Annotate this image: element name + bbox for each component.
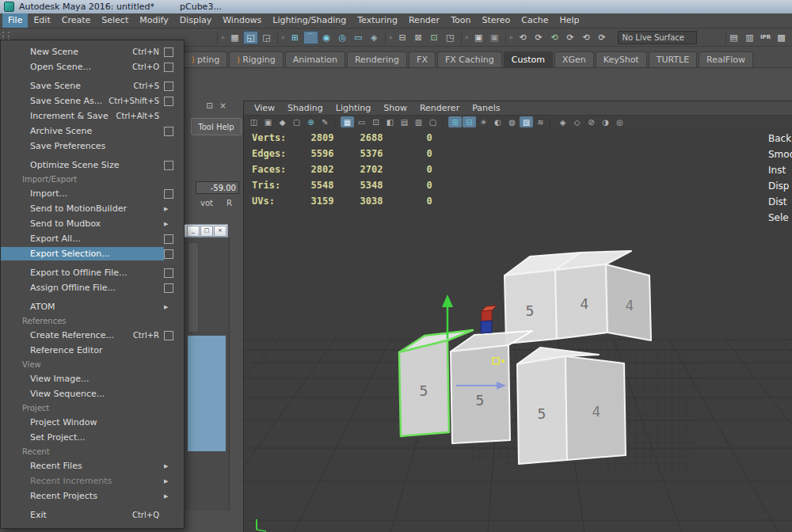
file-menu-item-atom[interactable]: ATOM▶ [1,299,184,314]
option-box-icon[interactable] [164,97,173,106]
panel-menu-panels[interactable]: Panels [466,103,505,113]
menubar-item-display[interactable]: Display [174,13,218,28]
shelf-tab-custom[interactable]: Custom [504,51,553,67]
file-menu-item-archive-scene[interactable]: Archive Scene [1,124,184,139]
safe-action-icon[interactable]: ▥ [412,116,425,127]
menubar-item-toon[interactable]: Toon [445,13,476,28]
file-menu-item-open-scene[interactable]: Open Scene...Ctrl+O [1,59,184,74]
menubar-item-cache[interactable]: Cache [516,13,554,28]
minimize-button[interactable]: _ [187,226,200,237]
file-menu-item-save-scene-as[interactable]: Save Scene As...Ctrl+Shift+S [1,93,184,108]
shelf-tab-fx-caching[interactable]: FX Caching [437,51,502,67]
circular-arrow-center-icon[interactable]: ⟳ [595,31,610,44]
option-box-icon[interactable] [164,234,173,244]
field-chart-icon[interactable]: ▤ [398,116,411,127]
node-input-icon[interactable]: ⊟ [395,31,410,44]
file-menu-item-project-window[interactable]: Project Window [1,415,184,430]
pan-zoom-icon[interactable]: ⊕ [304,116,318,127]
exposure-icon[interactable]: ⊘ [584,116,598,127]
shelf-tab-pting[interactable]: ⟩pting [184,51,227,67]
gamma-icon[interactable]: ◑ [599,116,612,127]
anti-alias-icon[interactable]: ▨ [520,116,533,127]
file-menu-item-optimize-scene-size[interactable]: Optimize Scene Size [1,158,184,173]
menubar-item-render[interactable]: Render [403,13,445,28]
selected-region[interactable] [188,336,226,451]
panel-menu-renderer[interactable]: Renderer [414,103,465,113]
option-box-icon[interactable] [164,127,173,136]
xray-icon[interactable]: ◈ [556,116,569,127]
isolate-select-icon[interactable]: ◎ [613,116,626,127]
file-menu-item-new-scene[interactable]: New SceneCtrl+N [1,44,184,59]
shelf-tab-fx[interactable]: FX [409,51,436,67]
file-menu-item-import[interactable]: Import... [1,186,184,201]
file-menu-item-export-selection[interactable]: Export Selection... [1,246,184,261]
magnet-live-icon[interactable]: ◈ [367,31,382,44]
panel-menu-shading[interactable]: Shading [282,103,329,113]
menubar-item-help[interactable]: Help [554,13,585,28]
camera-lock-icon[interactable]: ▣ [261,116,275,127]
panel-menu-view[interactable]: View [249,103,280,113]
viewport-canvas[interactable]: 5 4 4 5 5 [244,128,792,532]
circular-arrow-crossed-icon[interactable]: ⟳ [531,31,546,44]
collapse-arrow-icon[interactable]: » [281,34,285,41]
option-box-icon[interactable] [164,48,173,57]
lighting-icon[interactable]: ☀ [477,116,490,127]
xray-joints-icon[interactable]: ◇ [570,116,584,127]
cube-lower-right[interactable]: 5 4 [517,348,626,464]
menubar-item-stereo[interactable]: Stereo [476,13,516,28]
file-menu-item-export-to-offline-file[interactable]: Export to Offline File... [1,265,184,280]
lock-highlight-icon[interactable]: ▣ [487,31,502,44]
resolution-gate-icon[interactable]: ⊡ [369,116,383,127]
panel-menu-show[interactable]: Show [378,103,413,113]
menubar-item-modify[interactable]: Modify [134,13,173,28]
menubar-item-file[interactable]: File [2,13,28,28]
image-plane-icon[interactable]: ▢ [290,116,303,127]
magnet-curve-icon[interactable]: ⌒ [303,31,318,44]
close-button[interactable]: × [214,226,227,237]
file-menu-item-exit[interactable]: ExitCtrl+Q [1,507,184,522]
option-box-icon[interactable] [164,161,173,170]
option-box-icon[interactable] [164,268,173,278]
node-output-icon[interactable]: ⊠ [411,31,426,44]
file-menu-item-create-reference[interactable]: Create Reference...Ctrl+R [1,328,184,343]
video-camera-icon[interactable]: ◫ [247,116,261,127]
panel-menu-lighting[interactable]: Lighting [330,103,376,113]
magnet-point-icon[interactable]: ◉ [319,31,334,44]
grease-pencil-icon[interactable]: ✎ [318,116,332,127]
file-menu-item-set-project[interactable]: Set Project... [1,430,184,445]
file-menu-item-save-preferences[interactable]: Save Preferences [1,139,184,154]
cursor-object-icon[interactable]: ◱ [243,31,258,44]
lock-icon[interactable]: ▣ [471,31,486,44]
scrollbar[interactable] [188,242,199,332]
file-menu-item-send-to-mudbox[interactable]: Send to Mudbox▶ [1,216,184,231]
floating-window-titlebar[interactable]: _ □ × [183,224,228,238]
motion-blur-icon[interactable]: ≋ [534,116,547,127]
frame-all-icon[interactable]: ⊞ [448,116,462,127]
shadows-icon[interactable]: ◐ [491,116,505,127]
collapse-arrow-icon[interactable]: » [221,34,225,41]
grid-toggle-icon[interactable]: ▦ [341,116,354,127]
file-menu-item-send-to-motionbuilder[interactable]: Send to MotionBuilder▶ [1,201,184,216]
ambient-occlusion-icon[interactable]: ◍ [505,116,519,127]
circular-arrow-green-icon[interactable]: ⟲ [547,31,562,44]
menubar-item-create[interactable]: Create [56,13,97,28]
shelf-tab-rendering[interactable]: Rendering [347,51,407,67]
frame-selected-icon[interactable]: ⊟ [463,116,476,127]
file-menu-item-export-all[interactable]: Export All... [1,231,184,246]
option-box-icon[interactable] [164,331,173,340]
render-region-icon[interactable]: ▥ [742,31,757,44]
collapse-arrow-icon[interactable]: » [465,34,469,41]
live-surface-field[interactable]: No Live Surface [618,31,697,44]
maximize-button[interactable]: □ [200,226,213,237]
bookmark-icon[interactable]: ◆ [276,116,289,127]
magnet-grid-icon[interactable]: ⊞ [287,31,303,44]
shelf-tab-rigging[interactable]: ⟩Rigging [229,51,284,67]
file-menu-item-increment-save[interactable]: Increment & SaveCtrl+Alt+S [1,108,184,124]
file-menu-item-view-sequence[interactable]: View Sequence... [1,386,184,401]
option-box-icon[interactable] [164,249,173,259]
numeric-input-field[interactable]: -59.00 [196,181,239,194]
file-menu-item-view-image[interactable]: View Image... [1,371,184,386]
safe-title-icon[interactable]: ▢ [426,116,440,127]
file-menu-item-assign-offline-file[interactable]: Assign Offline File... [1,280,184,295]
shelf-tab-keyshot[interactable]: KeyShot [596,51,647,67]
